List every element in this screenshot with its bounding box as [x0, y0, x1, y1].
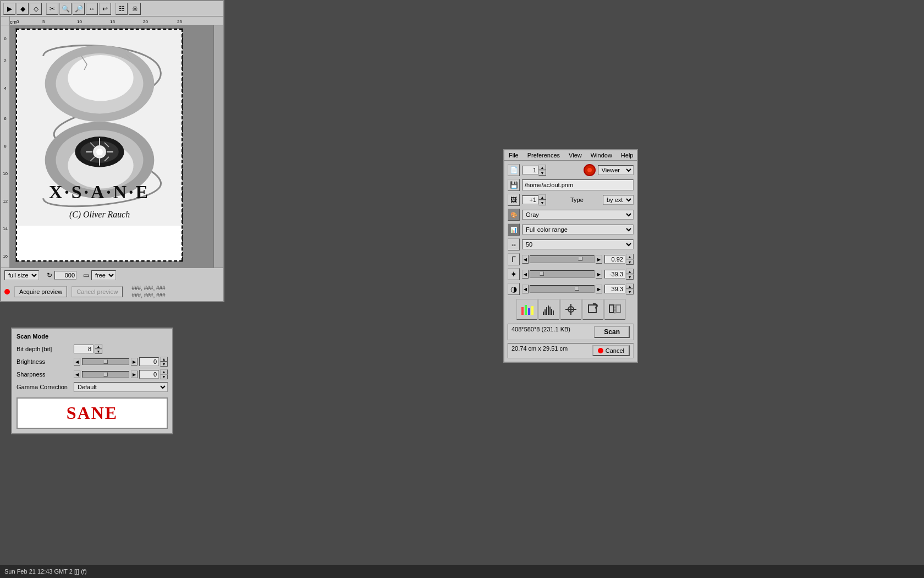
pointer-tool[interactable]: ▶: [3, 3, 15, 15]
crop-add-tool[interactable]: ✂: [46, 3, 58, 15]
target-icon[interactable]: [584, 164, 596, 176]
file-path-input[interactable]: [522, 179, 634, 190]
zoom-reset-tool[interactable]: ↩: [99, 3, 111, 15]
step-spinner: ▲ ▼: [538, 194, 546, 205]
contrast-input[interactable]: [604, 285, 625, 293]
ruler-left-mark-14: 14: [3, 226, 8, 231]
mirror-button[interactable]: [604, 299, 625, 320]
cancel-label: Cancel: [606, 347, 624, 354]
svg-rect-32: [546, 307, 547, 315]
page-num-up[interactable]: ▲: [538, 165, 546, 170]
page-num-down[interactable]: ▼: [538, 170, 546, 176]
bit-depth-input[interactable]: [74, 345, 94, 353]
file-path-row: 💾: [508, 179, 634, 191]
sharpness-label: Sharpness: [16, 371, 72, 378]
zoom-out-tool[interactable]: 🔎: [73, 3, 85, 15]
range-mode-row: 📊 Full color range: [508, 223, 634, 236]
coordinates-display: ###, ###, ### ###, ###, ###: [131, 285, 165, 299]
rotation-input[interactable]: [54, 271, 76, 280]
step-input[interactable]: [522, 195, 538, 204]
dpi-select[interactable]: 50: [522, 239, 634, 249]
settings-tool[interactable]: ☠: [129, 3, 141, 15]
sharpness-row: Sharpness ◀ ▶ ▲ ▼: [16, 369, 168, 379]
ruler-left-mark-6: 6: [4, 116, 6, 121]
sharpness-slider[interactable]: [82, 371, 129, 378]
gamma-slider-thumb: [578, 257, 582, 261]
cancel-preview-button[interactable]: Cancel preview: [72, 286, 123, 297]
brightness-slider[interactable]: [82, 358, 129, 365]
acquire-preview-button[interactable]: Acquire preview: [14, 286, 67, 297]
menu-view[interactable]: View: [564, 150, 586, 160]
color-chart-button[interactable]: [516, 299, 537, 320]
sane-logo: SANE: [16, 397, 168, 429]
menu-preferences[interactable]: Preferences: [523, 150, 564, 160]
bit-depth-down[interactable]: ▼: [95, 349, 102, 354]
ruler-mark-10: 10: [77, 19, 82, 24]
page-num-input[interactable]: [522, 166, 538, 175]
gamma-slider-right-arrow[interactable]: ▶: [596, 255, 602, 264]
sharpness-slider-left[interactable]: ◀: [74, 370, 80, 378]
ruler-left-mark-16: 16: [3, 254, 8, 259]
sharpness-input[interactable]: [139, 370, 159, 379]
color-picker-dark-tool[interactable]: ◆: [16, 3, 29, 15]
zoom-in-tool[interactable]: 🔍: [59, 3, 72, 15]
color-picker-light-tool[interactable]: ◇: [30, 3, 42, 15]
crosshair-button[interactable]: [560, 299, 581, 320]
ruler-mark-15: 15: [110, 19, 115, 24]
gamma-slider-track[interactable]: [530, 255, 595, 263]
brightness-input[interactable]: [139, 357, 159, 366]
brightness-slider-left[interactable]: ◀: [74, 358, 80, 366]
range-select[interactable]: Full color range: [522, 225, 634, 235]
gamma-val-up[interactable]: ▲: [626, 254, 634, 259]
scroll-right[interactable]: [213, 25, 223, 268]
brightness-slider-right[interactable]: ▶: [131, 358, 138, 366]
sharpness-up[interactable]: ▲: [160, 369, 168, 374]
xsane-brightness-down[interactable]: ▼: [626, 274, 634, 280]
gamma-slider-left-arrow[interactable]: ◀: [522, 255, 529, 264]
bit-depth-control: ▲ ▼: [74, 344, 102, 354]
contrast-down[interactable]: ▼: [626, 289, 634, 295]
menu-window[interactable]: Window: [586, 150, 617, 160]
svg-rect-30: [543, 312, 544, 315]
color-mode-select[interactable]: Gray: [522, 210, 634, 220]
scan-button[interactable]: Scan: [594, 326, 630, 338]
bottom-controls: full size ↻ ▭ free: [1, 268, 223, 282]
contrast-right-arrow[interactable]: ▶: [596, 285, 602, 293]
brightness-slider-track[interactable]: [530, 270, 595, 278]
svg-point-14: [96, 149, 103, 155]
brightness-right-arrow[interactable]: ▶: [596, 270, 602, 279]
bit-depth-label: Bit depth [bit]: [16, 346, 72, 352]
color-mode-row: 🎨 Gray: [508, 209, 634, 221]
sharpness-value-container: ▲ ▼: [139, 369, 168, 379]
viewer-select[interactable]: Viewer: [598, 165, 634, 175]
brightness-down[interactable]: ▼: [160, 362, 168, 367]
cancel-button[interactable]: Cancel: [592, 345, 630, 356]
scan-area[interactable]: X·S·A·N·E (C) Oliver Rauch: [10, 25, 213, 268]
xsane-brightness-input[interactable]: [604, 270, 625, 279]
sharpness-slider-right[interactable]: ▶: [131, 370, 138, 378]
gamma-select[interactable]: Default: [74, 382, 168, 392]
rotate-button[interactable]: [582, 299, 603, 320]
contrast-up[interactable]: ▲: [626, 283, 634, 289]
brightness-left-arrow[interactable]: ◀: [522, 270, 529, 279]
size-select[interactable]: full size: [4, 270, 39, 280]
zoom-fit-tool[interactable]: ↔: [86, 3, 98, 15]
menu-help[interactable]: Help: [617, 150, 638, 160]
type-select[interactable]: by ext: [603, 195, 634, 205]
contrast-slider-track[interactable]: [530, 285, 595, 293]
gamma-value-input[interactable]: [604, 255, 625, 264]
menu-file[interactable]: File: [504, 150, 523, 160]
sharpness-down[interactable]: ▼: [160, 374, 168, 379]
gamma-val-down[interactable]: ▼: [626, 259, 634, 265]
histogram-button[interactable]: [538, 299, 559, 320]
mode-select[interactable]: free: [91, 270, 116, 280]
contrast-left-arrow[interactable]: ◀: [522, 285, 529, 293]
bit-depth-up[interactable]: ▲: [95, 344, 102, 349]
transform-tool[interactable]: ☷: [116, 3, 128, 15]
step-down[interactable]: ▼: [538, 200, 546, 205]
svg-rect-33: [548, 306, 549, 315]
xsane-brightness-slider-container: ◀ ▶: [522, 270, 602, 279]
step-up[interactable]: ▲: [538, 194, 546, 200]
xsane-brightness-up[interactable]: ▲: [626, 269, 634, 274]
brightness-up[interactable]: ▲: [160, 357, 168, 362]
